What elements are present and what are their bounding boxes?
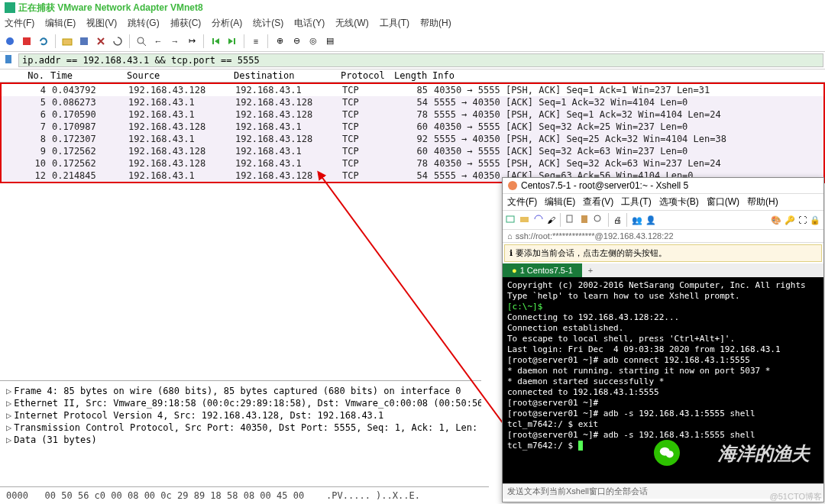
menu-item[interactable]: 文件(F) bbox=[5, 18, 34, 28]
svg-line-6 bbox=[143, 43, 146, 46]
print-icon[interactable]: 🖨 bbox=[613, 215, 622, 225]
svg-point-16 bbox=[666, 451, 674, 457]
menu-item[interactable]: 选项卡(B) bbox=[659, 196, 699, 207]
packet-row[interactable]: 40.043792 192.168.43.128192.168.43.1 TCP… bbox=[2, 84, 823, 96]
filter-bar bbox=[0, 52, 825, 69]
hex-offset: 0000 bbox=[6, 490, 28, 501]
svg-point-5 bbox=[138, 37, 144, 44]
detail-line[interactable]: ▷Transmission Control Protocol, Src Port… bbox=[6, 422, 475, 434]
new-session-icon[interactable] bbox=[506, 214, 516, 226]
hex-ascii: .PV..... )..X..E. bbox=[326, 490, 420, 501]
menu-item[interactable]: 查看(V) bbox=[583, 196, 613, 207]
svg-rect-7 bbox=[5, 55, 11, 63]
menu-item[interactable]: 跳转(G) bbox=[128, 18, 159, 28]
menu-item[interactable]: 捕获(C) bbox=[170, 18, 202, 28]
first-icon[interactable] bbox=[209, 34, 222, 48]
menubar: 文件(F)编辑(E)视图(V)跳转(G)捕获(C)分析(A)统计(S)电话(Y)… bbox=[0, 15, 825, 31]
open-icon[interactable] bbox=[60, 34, 74, 48]
packet-details-pane[interactable]: ▷Frame 4: 85 bytes on wire (680 bits), 8… bbox=[0, 380, 481, 480]
lock-icon[interactable]: 🔒 bbox=[810, 215, 820, 225]
menu-item[interactable]: 帮助(H) bbox=[747, 196, 778, 207]
home-icon[interactable]: ⌂ bbox=[507, 231, 513, 241]
bookmark-icon[interactable] bbox=[3, 53, 17, 67]
color-icon[interactable]: 🎨 bbox=[771, 215, 781, 225]
menu-item[interactable]: 视图(V) bbox=[86, 18, 117, 28]
wireshark-icon bbox=[5, 2, 15, 13]
xshell-statusbar: 发送文本到当前Xshell窗口的全部会话 bbox=[503, 483, 823, 499]
packet-row[interactable]: 80.172307 192.168.43.1192.168.43.128 TCP… bbox=[2, 133, 823, 145]
menu-item[interactable]: 文件(F) bbox=[507, 196, 537, 207]
menu-item[interactable]: 电话(Y) bbox=[294, 18, 325, 28]
xshell-hint: ℹ 要添加当前会话，点击左侧的箭头按钮。 bbox=[504, 244, 822, 262]
packet-row[interactable]: 100.172562 192.168.43.128192.168.43.1 TC… bbox=[2, 157, 823, 170]
hex-bytes: 00 50 56 c0 00 08 00 0c 29 89 18 58 08 0… bbox=[45, 490, 305, 501]
menu-item[interactable]: 统计(S) bbox=[253, 18, 283, 28]
resize-columns-icon[interactable]: ▤ bbox=[323, 34, 337, 48]
xshell-tab-add[interactable]: + bbox=[582, 263, 599, 277]
next-icon[interactable]: → bbox=[168, 34, 182, 48]
zoom-reset-icon[interactable]: ◎ bbox=[306, 34, 320, 48]
info-icon: ℹ bbox=[510, 248, 513, 258]
svg-rect-12 bbox=[567, 215, 572, 222]
reconnect-icon[interactable] bbox=[533, 214, 544, 226]
reload-icon[interactable] bbox=[111, 34, 125, 48]
packet-row[interactable]: 70.170987 192.168.43.128192.168.43.1 TCP… bbox=[2, 121, 823, 133]
key-icon[interactable]: 🔑 bbox=[785, 215, 795, 225]
xshell-toolbar: 🖌 🖨 👥 👤 🎨 🔑 ⛶ 🔒 bbox=[503, 211, 823, 230]
packet-row[interactable]: 50.086273 192.168.43.1192.168.43.128 TCP… bbox=[2, 96, 823, 108]
menu-item[interactable]: 窗口(W) bbox=[707, 196, 739, 207]
display-filter-input[interactable] bbox=[18, 53, 823, 67]
menu-item[interactable]: 编辑(E) bbox=[45, 18, 76, 28]
svg-point-9 bbox=[508, 181, 517, 190]
autoscroll-icon[interactable]: ≡ bbox=[249, 34, 263, 48]
svg-rect-10 bbox=[506, 216, 514, 222]
stop-capture-icon[interactable] bbox=[20, 34, 34, 48]
goto-icon[interactable]: ↦ bbox=[185, 34, 199, 48]
svg-rect-4 bbox=[80, 37, 88, 45]
xshell-tab-active[interactable]: ●1 Centos7.5-1 bbox=[503, 263, 582, 277]
last-icon[interactable] bbox=[225, 34, 239, 48]
restart-capture-icon[interactable] bbox=[37, 34, 50, 48]
menu-item[interactable]: 工具(T) bbox=[380, 18, 409, 28]
find-icon[interactable] bbox=[134, 34, 148, 48]
hex-pane[interactable]: 0000 00 50 56 c0 00 08 00 0c 29 89 18 58… bbox=[0, 486, 489, 504]
packet-row[interactable]: 60.170590 192.168.43.1192.168.43.128 TCP… bbox=[2, 108, 823, 121]
paint-icon[interactable]: 🖌 bbox=[547, 215, 555, 225]
open-session-icon[interactable] bbox=[519, 214, 530, 226]
save-icon[interactable] bbox=[77, 34, 91, 48]
svg-rect-3 bbox=[63, 39, 72, 45]
detail-line[interactable]: ▷Ethernet II, Src: Vmware_89:18:58 (00:0… bbox=[6, 397, 475, 409]
menu-item[interactable]: 帮助(H) bbox=[420, 18, 451, 28]
prev-icon[interactable]: ← bbox=[151, 34, 165, 48]
svg-point-14 bbox=[594, 215, 600, 221]
find-icon[interactable] bbox=[593, 214, 603, 226]
menu-item[interactable]: 工具(T) bbox=[621, 196, 651, 207]
menu-item[interactable]: 无线(W) bbox=[335, 18, 368, 28]
zoom-in-icon[interactable]: ⊕ bbox=[273, 34, 286, 48]
detail-line[interactable]: ▷Frame 4: 85 bytes on wire (680 bits), 8… bbox=[6, 385, 475, 397]
xshell-menubar: 文件(F)编辑(E)查看(V)工具(T)选项卡(B)窗口(W)帮助(H) bbox=[503, 194, 823, 211]
packet-header: No. Time Source Destination Protocol Len… bbox=[0, 69, 825, 82]
xshell-icon bbox=[507, 180, 518, 191]
person-icon[interactable]: 👤 bbox=[645, 215, 656, 225]
packet-rows[interactable]: 40.043792 192.168.43.128192.168.43.1 TCP… bbox=[0, 82, 825, 183]
copy-icon[interactable] bbox=[565, 214, 576, 226]
detail-line[interactable]: ▷Data (31 bytes) bbox=[6, 434, 475, 446]
packet-row[interactable]: 90.172562 192.168.43.128192.168.43.1 TCP… bbox=[2, 145, 823, 157]
menu-item[interactable]: 编辑(E) bbox=[545, 196, 575, 207]
start-capture-icon[interactable] bbox=[3, 34, 17, 48]
detail-line[interactable]: ▷Internet Protocol Version 4, Src: 192.1… bbox=[6, 409, 475, 422]
close-icon[interactable] bbox=[94, 34, 108, 48]
toolbar: ← → ↦ ≡ ⊕ ⊖ ◎ ▤ bbox=[0, 31, 825, 52]
paste-icon[interactable] bbox=[579, 214, 590, 226]
menu-item[interactable]: 分析(A) bbox=[212, 18, 242, 28]
people-icon[interactable]: 👥 bbox=[632, 215, 642, 225]
zoom-out-icon[interactable]: ⊖ bbox=[290, 34, 303, 48]
svg-point-1 bbox=[6, 37, 14, 45]
fullscreen-icon[interactable]: ⛶ bbox=[798, 215, 807, 225]
xshell-title: Centos7.5-1 - root@server01:~ - Xshell 5 bbox=[503, 178, 823, 194]
xshell-addressbar[interactable]: ⌂ ssh://root:*************@192.168.43.12… bbox=[503, 230, 823, 243]
wechat-icon bbox=[654, 440, 680, 466]
window-title: 正在捕获 VMware Network Adapter VMnet8 bbox=[0, 0, 825, 15]
svg-rect-0 bbox=[5, 2, 15, 13]
